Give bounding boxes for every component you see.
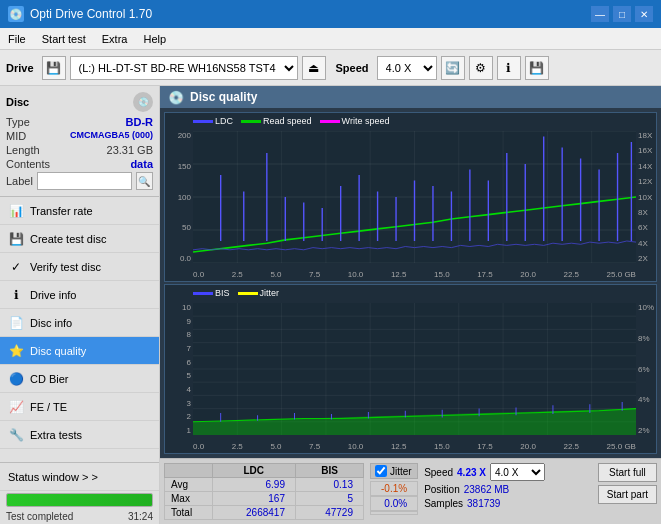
nav-disc-info[interactable]: 📄 Disc info [0,309,159,337]
menu-help[interactable]: Help [135,31,174,47]
speed-row: Speed 4.23 X 4.0 X [424,463,545,481]
jitter-checkbox[interactable] [375,465,387,477]
speed-select-stats[interactable]: 4.0 X [490,463,545,481]
ldc-color [193,120,213,123]
info-button[interactable]: ℹ [497,56,521,80]
nav-verify-test-disc[interactable]: ✓ Verify test disc [0,253,159,281]
status-time: 31:24 [128,511,153,522]
nav-disc-quality[interactable]: ⭐ Disc quality [0,337,159,365]
chart2-y-axis-right: 10% 8% 6% 4% 2% [636,303,656,435]
y2-label-7: 7 [187,344,191,353]
fe-te-icon: 📈 [8,399,24,415]
nav-items: 📊 Transfer rate 💾 Create test disc ✓ Ver… [0,197,159,462]
max-jitter: 0.0% [370,496,418,511]
x-label-5.0: 5.0 [270,270,281,279]
disc-panel-header: Disc 💿 [6,92,153,112]
content-area: 💿 Disc quality LDC Read speed [160,86,661,524]
y2-label-4: 4 [187,385,191,394]
nav-cd-bier[interactable]: 🔵 CD Bier [0,365,159,393]
chart1-svg [193,131,636,263]
minimize-button[interactable]: — [591,6,609,22]
x2-label-25.0gb: 25.0 GB [607,442,636,451]
stats-row-total: Total 2668417 47729 [165,506,364,520]
col-header-ldc: LDC [212,464,295,478]
nav-create-test-disc-label: Create test disc [30,233,106,245]
x2-label-22.5: 22.5 [563,442,579,451]
save-button[interactable]: 💾 [525,56,549,80]
content-header: 💿 Disc quality [160,86,661,108]
x2-label-10.0: 10.0 [348,442,364,451]
disc-contents-row: Contents data [6,158,153,170]
y-right-6x: 6X [638,223,648,232]
position-label: Position [424,484,460,495]
disc-length-row: Length 23.31 GB [6,144,153,156]
label-icon-button[interactable]: 🔍 [136,172,153,190]
max-bis: 5 [295,492,363,506]
y-right-12x: 12X [638,177,652,186]
y-right-18x: 18X [638,131,652,140]
status-text: Test completed [6,511,73,522]
menu-extra[interactable]: Extra [94,31,136,47]
maximize-button[interactable]: □ [613,6,631,22]
x2-label-0.0: 0.0 [193,442,204,451]
disc-contents-key: Contents [6,158,50,170]
nav-drive-info[interactable]: ℹ Drive info [0,281,159,309]
y2-right-6pct: 6% [638,365,650,374]
verify-test-disc-icon: ✓ [8,259,24,275]
y-right-4x: 4X [638,239,648,248]
total-ldc: 2668417 [212,506,295,520]
max-ldc: 167 [212,492,295,506]
y-label-200: 200 [178,131,191,140]
y-label-0: 0.0 [180,254,191,263]
x2-label-17.5: 17.5 [477,442,493,451]
drive-select[interactable]: (L:) HL-DT-ST BD-RE WH16NS58 TST4 [70,56,298,80]
x-label-12.5: 12.5 [391,270,407,279]
drive-icon-button[interactable]: 💾 [42,56,66,80]
disc-label-row: Label 🔍 [6,172,153,190]
refresh-button[interactable]: 🔄 [441,56,465,80]
y2-label-5: 5 [187,371,191,380]
disc-label-key: Label [6,175,33,187]
x2-label-7.5: 7.5 [309,442,320,451]
nav-create-test-disc[interactable]: 💾 Create test disc [0,225,159,253]
disc-contents-val: data [130,158,153,170]
disc-length-val: 23.31 GB [107,144,153,156]
chart1-y-axis-right: 18X 16X 14X 12X 10X 8X 6X 4X 2X [636,131,656,263]
start-full-button[interactable]: Start full [598,463,657,482]
progress-bar-fill [7,494,152,506]
menu-file[interactable]: File [0,31,34,47]
close-button[interactable]: ✕ [635,6,653,22]
chart2: BIS Jitter 10 9 8 7 6 5 4 [164,284,657,454]
settings-button[interactable]: ⚙ [469,56,493,80]
main-layout: Disc 💿 Type BD-R MID CMCMAGBA5 (000) Len… [0,86,661,524]
menu-start-test[interactable]: Start test [34,31,94,47]
status-window-button[interactable]: Status window > > [0,463,159,491]
y2-label-1: 1 [187,426,191,435]
write-speed-color [320,120,340,123]
col-header-empty [165,464,213,478]
status-window-label: Status window > > [8,471,98,483]
x2-label-12.5: 12.5 [391,442,407,451]
chart2-y-axis-left: 10 9 8 7 6 5 4 3 2 1 [165,303,193,435]
eject-button[interactable]: ⏏ [302,56,326,80]
total-bis: 47729 [295,506,363,520]
nav-transfer-rate[interactable]: 📊 Transfer rate [0,197,159,225]
y-label-150: 150 [178,162,191,171]
legend-write-speed-label: Write speed [342,116,390,126]
sidebar: Disc 💿 Type BD-R MID CMCMAGBA5 (000) Len… [0,86,160,524]
label-input[interactable] [37,172,132,190]
nav-disc-info-label: Disc info [30,317,72,329]
start-part-button[interactable]: Start part [598,485,657,504]
chart2-area [193,303,636,435]
x2-label-15.0: 15.0 [434,442,450,451]
y-label-100: 100 [178,193,191,202]
speed-select[interactable]: 4.0 X [377,56,437,80]
stats-inner: LDC BIS Avg 6.99 0.13 Max 167 [164,463,657,520]
chart1: LDC Read speed Write speed 200 150 [164,112,657,282]
nav-extra-tests[interactable]: 🔧 Extra tests [0,421,159,449]
stats-row-avg: Avg 6.99 0.13 [165,478,364,492]
samples-label: Samples [424,498,463,509]
nav-fe-te[interactable]: 📈 FE / TE [0,393,159,421]
x-label-15.0: 15.0 [434,270,450,279]
y2-label-10: 10 [182,303,191,312]
